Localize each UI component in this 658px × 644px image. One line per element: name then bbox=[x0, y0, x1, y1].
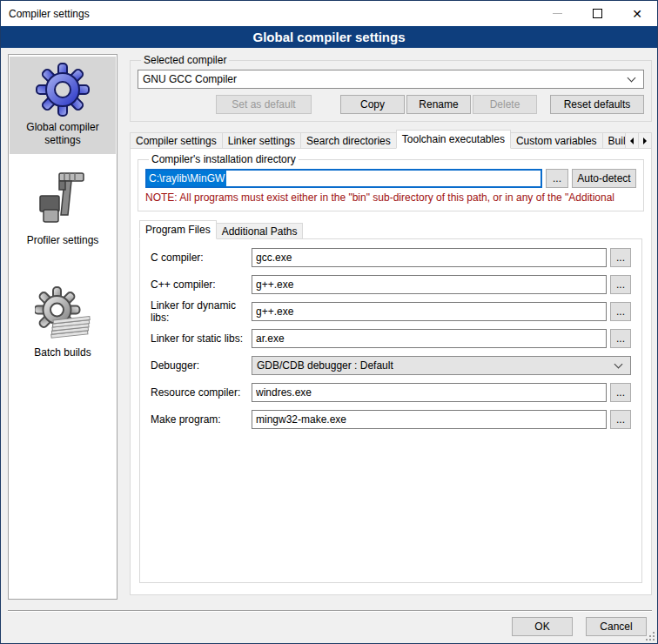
maximize-button[interactable] bbox=[577, 1, 617, 26]
cpp-compiler-browse-button[interactable]: ... bbox=[610, 275, 631, 294]
rename-button[interactable]: Rename bbox=[406, 95, 471, 114]
dynamic-linker-input[interactable] bbox=[252, 302, 607, 321]
cpp-compiler-row: C++ compiler:... bbox=[151, 275, 631, 294]
tab-scroll-left-button[interactable] bbox=[625, 132, 639, 149]
tab-linker-settings[interactable]: Linker settings bbox=[222, 132, 301, 149]
subtab-additional-paths[interactable]: Additional Paths bbox=[216, 223, 304, 239]
install-dir-browse-button[interactable]: ... bbox=[546, 169, 568, 188]
resource-compiler-row: Resource compiler:... bbox=[151, 383, 631, 402]
calipers-icon bbox=[35, 170, 91, 231]
window-controls: ✕ bbox=[537, 1, 657, 26]
sidebar-item-label: Profiler settings bbox=[10, 234, 116, 247]
title-bar: Compiler settings ✕ bbox=[1, 1, 657, 26]
install-dir-input[interactable]: C:\raylib\MinGW bbox=[145, 169, 542, 188]
resize-grip-icon[interactable] bbox=[646, 632, 655, 641]
settings-sidebar: Global compiler settings Profiler settin… bbox=[8, 54, 118, 600]
tab-build-options[interactable]: Build options bbox=[602, 132, 626, 149]
c-compiler-label: C compiler: bbox=[151, 252, 252, 264]
static-linker-label: Linker for static libs: bbox=[151, 332, 252, 345]
footer-divider bbox=[8, 610, 652, 612]
dialog-footer: OK Cancel bbox=[8, 617, 647, 636]
tab-scroll-arrows bbox=[626, 132, 652, 149]
toolchain-executables-page: Compiler's installation directory C:\ray… bbox=[130, 148, 652, 595]
cpp-compiler-label: C++ compiler: bbox=[151, 278, 252, 291]
maximize-icon bbox=[593, 9, 602, 18]
c-compiler-browse-button[interactable]: ... bbox=[610, 248, 631, 267]
sidebar-item-profiler-settings[interactable]: Profiler settings bbox=[10, 164, 116, 254]
window-title: Compiler settings bbox=[1, 8, 90, 20]
dynamic-linker-label: Linker for dynamic libs: bbox=[151, 299, 252, 324]
minimize-button[interactable] bbox=[537, 1, 577, 26]
tab-search-directories[interactable]: Search directories bbox=[300, 132, 397, 149]
sidebar-item-label: Global compiler settings bbox=[10, 121, 116, 147]
selected-compiler-value: GNU GCC Compiler bbox=[138, 73, 623, 85]
tab-scroll-right-button[interactable] bbox=[638, 132, 652, 149]
compiler-settings-dialog: Compiler settings ✕ Global compiler sett… bbox=[0, 0, 658, 644]
debugger-row: Debugger:GDB/CDB debugger : Default bbox=[151, 356, 631, 375]
sidebar-item-batch-builds[interactable]: Batch builds bbox=[10, 280, 116, 366]
close-button[interactable]: ✕ bbox=[617, 1, 657, 26]
make-program-input[interactable] bbox=[252, 410, 607, 429]
page-title: Global compiler settings bbox=[1, 26, 657, 48]
program-files-page: C compiler:...C++ compiler:...Linker for… bbox=[139, 238, 642, 583]
blue-gear-icon bbox=[35, 62, 91, 117]
tab-scroll-right-icon bbox=[643, 138, 647, 144]
inner-tab-strip: Program FilesAdditional Paths bbox=[139, 220, 635, 239]
sidebar-item-global-compiler-settings[interactable]: Global compiler settings bbox=[10, 57, 116, 154]
gear-stack-icon bbox=[35, 285, 91, 343]
debugger-value: GDB/CDB debugger : Default bbox=[252, 359, 610, 372]
c-compiler-input[interactable] bbox=[252, 248, 607, 267]
debugger-label: Debugger: bbox=[151, 359, 252, 372]
chevron-down-icon bbox=[628, 73, 636, 82]
dynamic-linker-browse-button[interactable]: ... bbox=[610, 302, 631, 321]
static-linker-input[interactable] bbox=[252, 329, 607, 348]
tab-toolchain-executables[interactable]: Toolchain executables bbox=[396, 130, 511, 149]
make-program-label: Make program: bbox=[151, 413, 252, 426]
debugger-dropdown[interactable]: GDB/CDB debugger : Default bbox=[252, 356, 631, 375]
compiler-actions: Set as default Copy Rename Delete Reset … bbox=[138, 95, 644, 114]
cancel-button[interactable]: Cancel bbox=[586, 617, 647, 636]
copy-button[interactable]: Copy bbox=[340, 95, 405, 114]
selected-compiler-group: Selected compiler GNU GCC Compiler Set a… bbox=[130, 54, 652, 122]
toolchain-fields: C compiler:...C++ compiler:...Linker for… bbox=[151, 248, 631, 429]
make-program-row: Make program:... bbox=[151, 410, 631, 429]
static-linker-row: Linker for static libs:... bbox=[151, 329, 631, 348]
c-compiler-row: C compiler:... bbox=[151, 248, 631, 267]
program-files-notebook: Program FilesAdditional Paths C compiler… bbox=[139, 220, 642, 583]
reset-defaults-button[interactable]: Reset defaults bbox=[550, 95, 644, 114]
static-linker-browse-button[interactable]: ... bbox=[610, 329, 631, 348]
cpp-compiler-input[interactable] bbox=[252, 275, 607, 294]
resource-compiler-input[interactable] bbox=[252, 383, 607, 402]
install-dir-note: NOTE: All programs must exist either in … bbox=[145, 191, 636, 204]
ok-button[interactable]: OK bbox=[512, 617, 573, 636]
resource-compiler-label: Resource compiler: bbox=[151, 386, 252, 399]
settings-notebook: Compiler settingsLinker settingsSearch d… bbox=[130, 130, 652, 595]
tab-scroll-left-icon bbox=[630, 138, 634, 144]
install-dir-group-label: Compiler's installation directory bbox=[149, 153, 299, 165]
chevron-down-icon bbox=[614, 359, 623, 368]
tab-compiler-settings[interactable]: Compiler settings bbox=[130, 132, 223, 149]
tab-bar: Compiler settingsLinker settingsSearch d… bbox=[130, 130, 652, 149]
install-dir-value: C:\raylib\MinGW bbox=[147, 171, 226, 186]
subtab-program-files[interactable]: Program Files bbox=[139, 220, 217, 239]
auto-detect-button[interactable]: Auto-detect bbox=[572, 169, 636, 188]
minimize-icon bbox=[553, 13, 562, 14]
delete-button[interactable]: Delete bbox=[473, 95, 537, 114]
sidebar-item-label: Batch builds bbox=[10, 346, 116, 359]
close-icon: ✕ bbox=[632, 8, 642, 20]
make-program-browse-button[interactable]: ... bbox=[610, 410, 631, 429]
selected-compiler-group-label: Selected compiler bbox=[141, 54, 229, 66]
dynamic-linker-row: Linker for dynamic libs:... bbox=[151, 302, 631, 321]
install-dir-group: Compiler's installation directory C:\ray… bbox=[138, 153, 644, 211]
set-as-default-button[interactable]: Set as default bbox=[216, 95, 312, 114]
tab-custom-variables[interactable]: Custom variables bbox=[510, 132, 603, 149]
main-panel: Selected compiler GNU GCC Compiler Set a… bbox=[130, 54, 652, 595]
install-dir-row: C:\raylib\MinGW ... Auto-detect bbox=[145, 169, 636, 188]
inner-tab-bar: Program FilesAdditional Paths bbox=[139, 220, 642, 239]
outer-tab-strip: Compiler settingsLinker settingsSearch d… bbox=[130, 130, 626, 149]
resource-compiler-browse-button[interactable]: ... bbox=[610, 383, 631, 402]
selected-compiler-dropdown[interactable]: GNU GCC Compiler bbox=[138, 70, 644, 89]
